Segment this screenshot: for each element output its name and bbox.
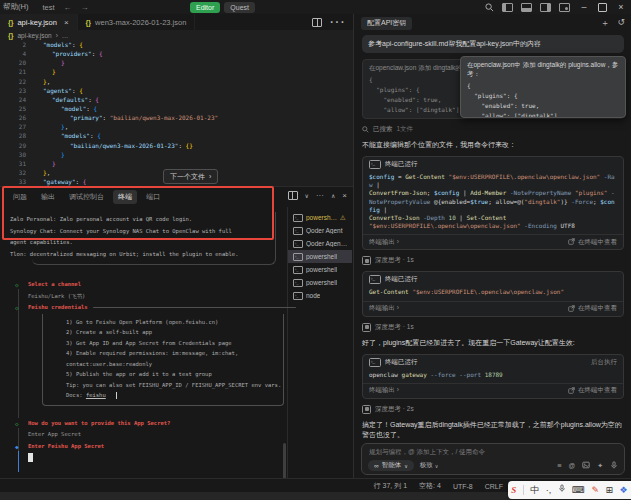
terminal-scrollbar[interactable] bbox=[283, 443, 286, 479]
status-encoding[interactable]: UTF-8 bbox=[453, 483, 473, 490]
editor-tab[interactable]: {}api-key.json× bbox=[0, 14, 78, 30]
terminal-name: Qoder Agent bbox=[306, 227, 343, 234]
terminal-list-item[interactable]: ›_powersh…⚠ bbox=[288, 211, 352, 224]
split-terminal-icon[interactable] bbox=[288, 191, 298, 200]
model-selector[interactable]: 极致 ∨ bbox=[420, 461, 439, 470]
view-in-terminal-link[interactable]: 在终端中查看 bbox=[568, 386, 617, 395]
punctuation-icon[interactable]: ·, bbox=[546, 481, 552, 499]
credentials-box: 1) Go to Feishu Open Platform (open.feis… bbox=[42, 314, 284, 406]
step-option: Feishu/Lark (飞书) bbox=[28, 291, 297, 303]
restore-button[interactable] bbox=[598, 3, 607, 12]
agent-selector[interactable]: ∞ 智能体 ∨ bbox=[368, 460, 414, 471]
maximize-panel-icon[interactable]: ∧ bbox=[331, 192, 335, 199]
sparkle-icon[interactable]: ✦ bbox=[597, 462, 603, 470]
editor-tab[interactable]: {}wen3-max-2026-01-23.json bbox=[78, 14, 196, 30]
panel-tab-调试控制台[interactable]: 调试控制台 bbox=[64, 190, 109, 204]
toggle-panel-icon[interactable] bbox=[521, 3, 532, 12]
terminal-list-item[interactable]: ›_powershell bbox=[288, 263, 352, 276]
code-text: }, bbox=[34, 168, 50, 177]
menu-help[interactable]: 帮助(H) bbox=[3, 2, 28, 12]
skin-icon[interactable]: ✎ bbox=[592, 481, 600, 499]
card-title: 终端已运行 bbox=[385, 160, 418, 169]
next-file-button[interactable]: 下一个文件 › bbox=[163, 169, 218, 184]
panel-tab-问题[interactable]: 问题 bbox=[8, 190, 32, 204]
forward-arrow-icon[interactable]: → bbox=[81, 3, 89, 12]
terminal-list-item[interactable]: ›_Qoder Agen… bbox=[288, 237, 352, 250]
code-text: } bbox=[34, 58, 65, 67]
deep-think-row[interactable]: 深度思考 · 1s bbox=[362, 256, 624, 265]
code-line: 31} bbox=[0, 159, 353, 168]
keyboard-icon[interactable]: ⌨ bbox=[572, 481, 585, 499]
code-text: } bbox=[34, 159, 56, 168]
history-icon[interactable]: ↺ bbox=[617, 17, 625, 30]
view-in-terminal-link[interactable]: 在终端中查看 bbox=[568, 304, 617, 313]
status-cursor-position[interactable]: 行 37, 列 1 bbox=[374, 481, 407, 491]
breadcrumb-separator: › bbox=[56, 32, 58, 39]
deep-think-row[interactable]: 深度思考 · 2s bbox=[362, 405, 624, 414]
title-badge-quest[interactable]: Quest bbox=[224, 2, 255, 13]
diamond-icon: ◇ bbox=[15, 279, 19, 291]
title-badge-editor[interactable]: Editor bbox=[190, 2, 220, 13]
assistant-text: 不能直接编辑那个位置的文件，我用命令行来改： bbox=[362, 140, 624, 150]
panel-tab-输出[interactable]: 输出 bbox=[36, 190, 60, 204]
terminal-output-link[interactable]: 终端输出 › bbox=[369, 304, 399, 313]
image-icon[interactable] bbox=[582, 461, 590, 471]
diamond-icon: ◇ bbox=[15, 418, 19, 430]
toolbox-icon[interactable]: ⊞ bbox=[606, 481, 614, 499]
terminal-output[interactable]: Zalo Personal: Zalo personal account via… bbox=[0, 209, 297, 479]
customize-layout-icon[interactable] bbox=[559, 3, 570, 12]
voice-icon[interactable] bbox=[558, 481, 566, 499]
panel-tab-端口[interactable]: 端口 bbox=[141, 190, 165, 204]
terminal-output-link[interactable]: 终端输出 › bbox=[369, 238, 399, 247]
back-arrow-icon[interactable]: ← bbox=[64, 3, 72, 12]
workspace-label[interactable]: test bbox=[42, 3, 54, 12]
card-code: openclaw gateway --force --port 18789 bbox=[363, 370, 623, 383]
deep-think-row[interactable]: 深度思考 · 1s bbox=[362, 323, 624, 332]
more-actions-icon[interactable]: ··· bbox=[329, 13, 345, 31]
line-number: 22 bbox=[0, 77, 34, 86]
status-eol-sequence[interactable]: CRLF bbox=[485, 483, 503, 490]
mention-icon[interactable]: @ bbox=[569, 462, 576, 469]
close-panel-icon[interactable]: × bbox=[342, 191, 347, 200]
minimize-button[interactable]: – bbox=[578, 2, 590, 12]
more-actions-icon[interactable]: ··· bbox=[316, 191, 324, 200]
terminal-line: Synology Chat: Connect your Synology NAS… bbox=[10, 226, 297, 238]
line-number: 4 bbox=[0, 49, 34, 58]
close-button[interactable]: × bbox=[615, 2, 627, 12]
terminal-list-item[interactable]: ›_Qoder Agent bbox=[288, 224, 352, 237]
docs-link[interactable]: feishu bbox=[86, 392, 106, 398]
more-tools-icon[interactable]: ❖ bbox=[620, 481, 628, 499]
terminal-list-item[interactable]: ›_powershell bbox=[288, 276, 352, 289]
chinese-mode-icon[interactable]: 中 bbox=[530, 481, 539, 499]
search-icon bbox=[362, 126, 369, 134]
new-chat-icon[interactable]: ＋ bbox=[600, 17, 609, 30]
code-text: }, bbox=[34, 77, 50, 86]
mic-icon[interactable] bbox=[610, 461, 618, 471]
terminal-list-item[interactable]: ›_node bbox=[288, 289, 352, 302]
breadcrumb-file[interactable]: api-key.json bbox=[17, 32, 51, 39]
split-editor-icon[interactable] bbox=[312, 18, 322, 27]
code-editor[interactable]: 2"models": {4"providers": {20}21}22},23"… bbox=[0, 40, 353, 186]
toggle-secondary-sidebar-icon[interactable] bbox=[540, 3, 551, 12]
editor-tabbar: {}api-key.json×{}wen3-max-2026-01-23.jso… bbox=[0, 14, 353, 30]
toggle-sidebar-icon[interactable] bbox=[502, 3, 513, 12]
view-in-terminal-link[interactable]: 在终端中查看 bbox=[568, 238, 617, 247]
searched-row[interactable]: 已搜索1文件 bbox=[362, 125, 624, 134]
close-tab-icon[interactable]: × bbox=[64, 18, 69, 27]
breadcrumb[interactable]: {} api-key.json › … bbox=[0, 30, 361, 40]
card-footer: 终端输出 ›在终端中查看 bbox=[363, 383, 623, 398]
rules-list-icon[interactable]: ≡ bbox=[557, 461, 561, 470]
sogou-logo-icon[interactable]: S bbox=[511, 481, 516, 499]
chevron-down-icon: ∨ bbox=[435, 463, 439, 469]
terminal-list-item[interactable]: ›_powershell bbox=[288, 250, 352, 263]
status-indentation[interactable]: 空格: 4 bbox=[419, 481, 441, 491]
terminal-output-link[interactable]: 终端输出 › bbox=[369, 386, 399, 395]
chat-input-box[interactable]: 规划与编程，@ 添加上下文，/ 使用命令 ∞ 智能体 ∨ 极致 ∨ ≡ @ bbox=[361, 443, 625, 475]
search-icon[interactable] bbox=[485, 3, 494, 12]
step-title: Enter Feishu App Secret bbox=[28, 441, 297, 453]
terminal-dropdown-icon[interactable]: ∨ bbox=[305, 192, 309, 199]
panel-tab-终端[interactable]: 终端 bbox=[113, 190, 137, 204]
code-text: } bbox=[34, 150, 65, 159]
breadcrumb-more[interactable]: … bbox=[62, 32, 69, 39]
chat-session-title[interactable]: 配置API密钥 bbox=[361, 17, 412, 30]
